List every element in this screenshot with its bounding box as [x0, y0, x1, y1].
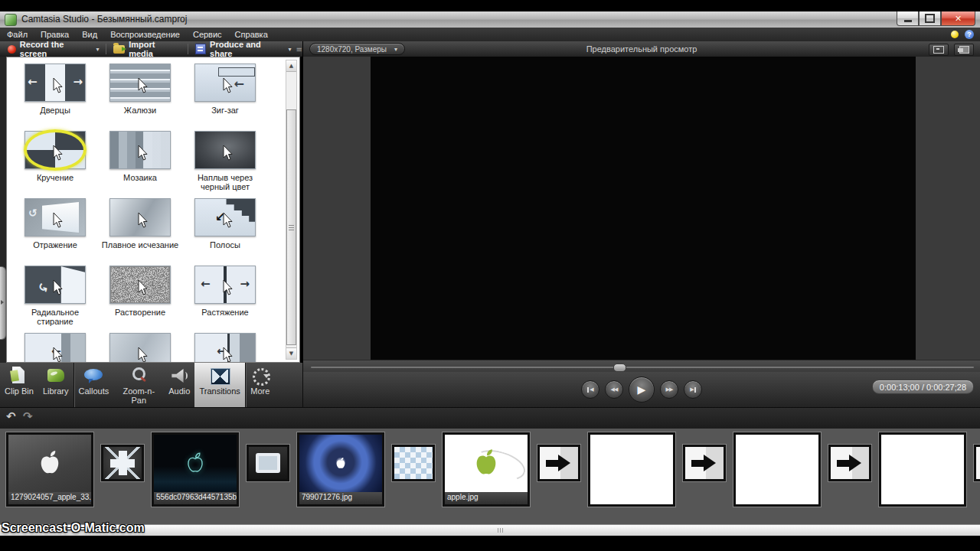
timeline-clip[interactable]: [733, 432, 821, 507]
radial-wipe-transition-thumb[interactable]: [24, 266, 86, 304]
menu-item-4[interactable]: Сервис: [193, 30, 222, 39]
preview-size-dropdown[interactable]: 1280x720, Размеры ▾: [309, 43, 405, 55]
tab-callouts[interactable]: Callouts: [74, 363, 114, 407]
split-left-transition-thumb[interactable]: [194, 333, 256, 363]
arrow-timeline-transition[interactable]: [828, 445, 871, 481]
mosaic-transition-thumb[interactable]: [109, 131, 171, 169]
tab-zoom-n-pan[interactable]: Zoom-n-Pan: [113, 363, 164, 407]
undo-button[interactable]: ↶: [6, 409, 16, 423]
transition-item[interactable]: Полосы: [183, 198, 267, 266]
tab-transitions[interactable]: Transitions: [194, 363, 244, 407]
timeline-horizontal-scrollbar[interactable]: [0, 524, 980, 536]
rewind-button[interactable]: ◀◀: [605, 380, 623, 399]
tab-more[interactable]: More: [246, 363, 275, 407]
shrink-to-fit-button[interactable]: [929, 44, 949, 56]
produce-share-button[interactable]: Produce and share ▾: [195, 40, 291, 58]
transition-item[interactable]: [183, 333, 267, 363]
flip-transition-thumb[interactable]: [24, 198, 86, 236]
detach-preview-button[interactable]: [954, 44, 974, 56]
scrub-bar[interactable]: [303, 360, 980, 373]
scrub-track[interactable]: [311, 367, 974, 368]
toolbar-more-icon[interactable]: ≡: [296, 45, 302, 54]
timeline-clip[interactable]: [879, 432, 966, 507]
timeline-clip[interactable]: apple.jpg: [443, 432, 530, 507]
timeline-clip[interactable]: 1279024057_apple_33.jpg: [6, 432, 93, 507]
tab-label: Library: [43, 387, 69, 396]
transition-item[interactable]: Мозаика: [98, 131, 182, 198]
scrollbar-thumb[interactable]: [286, 109, 296, 345]
mouse-cursor-icon: [223, 280, 233, 295]
camtasia-window: Camtasia Studio - Безымянный.camproj ✕ Ф…: [0, 0, 980, 551]
scrub-thumb[interactable]: [613, 364, 626, 372]
arrow-timeline-transition[interactable]: [537, 445, 580, 481]
transition-item[interactable]: Радиальное стирание: [13, 266, 97, 333]
dissolve-transition-thumb[interactable]: [109, 266, 171, 304]
transition-label: Мозаика: [123, 173, 157, 182]
tip-bulb-icon[interactable]: [951, 31, 959, 38]
transition-item[interactable]: [98, 333, 182, 363]
transition-item[interactable]: [13, 333, 97, 363]
plain-transition-thumb[interactable]: [109, 333, 171, 363]
menu-item-5[interactable]: Справка: [235, 30, 268, 39]
transition-item[interactable]: Растяжение: [183, 266, 267, 333]
blinds-transition-thumb[interactable]: [109, 64, 171, 102]
menu-item-1[interactable]: Правка: [41, 30, 69, 39]
timeline-clip[interactable]: [588, 432, 675, 507]
stripes-transition-thumb[interactable]: [194, 198, 256, 236]
menu-item-3[interactable]: Воспроизведение: [110, 30, 180, 39]
redo-button[interactable]: ↷: [23, 409, 33, 423]
app-toolbar: Record the screen ▾ Import media Produce…: [0, 41, 303, 57]
slide-left-transition-thumb[interactable]: [24, 333, 86, 363]
spin-transition-thumb[interactable]: [24, 131, 86, 169]
arrow-timeline-transition[interactable]: [683, 445, 726, 481]
panel-collapse-handle[interactable]: [0, 266, 6, 340]
mouse-cursor-icon: [223, 145, 233, 161]
play-button[interactable]: ▶: [629, 377, 655, 403]
play-icon: ▶: [638, 383, 646, 396]
import-media-button[interactable]: Import media: [113, 40, 181, 58]
transitions-grid: Дверцы Жалюзи Зиг-заг Кручение: [13, 64, 269, 363]
next-clip-button[interactable]: ▶: [684, 380, 702, 399]
previous-clip-button[interactable]: ◀: [581, 380, 599, 399]
close-button[interactable]: ✕: [941, 11, 975, 26]
menu-item-0[interactable]: Файл: [7, 30, 28, 39]
minimize-button[interactable]: [897, 11, 919, 26]
tab-audio[interactable]: Audio: [164, 363, 194, 407]
maximize-button[interactable]: [919, 11, 941, 26]
zigzag-transition-thumb[interactable]: [194, 64, 256, 102]
arrow-timeline-transition[interactable]: [974, 445, 980, 481]
help-icon[interactable]: ?: [965, 30, 974, 39]
cross-timeline-transition[interactable]: [101, 445, 144, 481]
title-bar[interactable]: Camtasia Studio - Безымянный.camproj ✕: [0, 11, 980, 28]
timeline-clip[interactable]: 556dc07963d4457135b430...: [152, 432, 239, 507]
stretch-transition-thumb[interactable]: [194, 266, 256, 304]
transition-item[interactable]: Плавное исчезание: [98, 198, 182, 266]
timeline-clip[interactable]: 799071276.jpg: [297, 432, 384, 507]
tab-clip-bin[interactable]: Clip Bin: [0, 363, 38, 407]
record-screen-button[interactable]: Record the screen ▾: [8, 40, 99, 58]
scroll-up-button[interactable]: ▲: [286, 60, 296, 72]
clip-thumbnail: [8, 435, 91, 492]
frame-timeline-transition[interactable]: [247, 445, 289, 481]
fade-transition-thumb[interactable]: [109, 198, 171, 236]
panel-scrollbar[interactable]: ▲ ▼: [286, 60, 297, 360]
transition-item[interactable]: Дверцы: [13, 64, 97, 131]
scroll-down-button[interactable]: ▼: [286, 347, 296, 359]
fade-black-transition-thumb[interactable]: [194, 131, 256, 169]
caret-down-icon: ▾: [289, 46, 292, 53]
transition-item[interactable]: Зиг-заг: [183, 64, 267, 131]
transition-item[interactable]: Кручение: [13, 131, 97, 198]
transition-item[interactable]: Наплыв через черный цвет: [183, 131, 267, 198]
transition-item[interactable]: Растворение: [98, 266, 182, 333]
transition-item[interactable]: Отражение: [13, 198, 97, 266]
tab-library[interactable]: Library: [38, 363, 74, 407]
doors-transition-thumb[interactable]: [24, 64, 86, 102]
video-canvas[interactable]: [371, 57, 916, 360]
mouse-cursor-icon: [223, 347, 233, 363]
transition-item[interactable]: Жалюзи: [98, 64, 182, 131]
more-icon: [250, 366, 270, 386]
fast-forward-button[interactable]: ▶▶: [660, 380, 678, 399]
checker-timeline-transition[interactable]: [392, 445, 435, 481]
menu-item-2[interactable]: Вид: [82, 30, 97, 39]
task-tabs: Clip Bin Library Callouts Zoom-n-Pan Aud…: [0, 363, 303, 407]
